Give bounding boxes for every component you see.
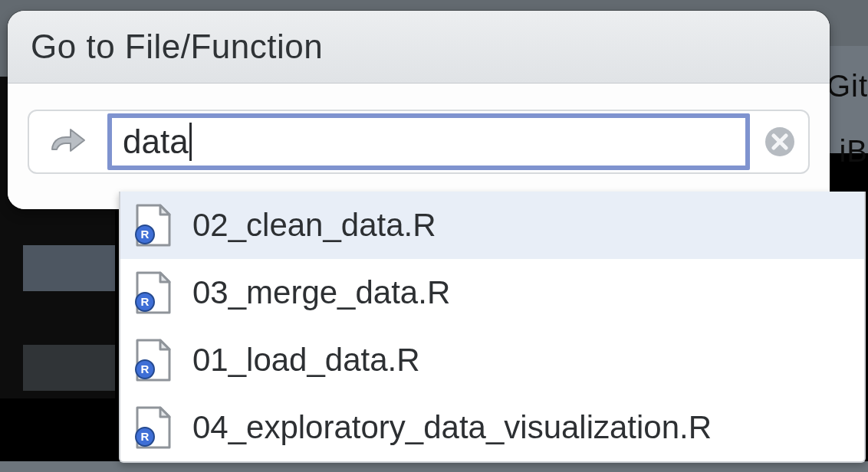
results-dropdown: R 02_clean_data.R R 03_merge_data.R R 01… <box>119 192 866 463</box>
text-caret <box>189 123 192 161</box>
svg-text:R: R <box>141 362 150 375</box>
r-file-icon: R <box>134 339 173 382</box>
r-file-icon: R <box>134 204 173 247</box>
result-label: 02_clean_data.R <box>192 207 436 244</box>
result-label: 04_exploratory_data_visualization.R <box>192 409 712 446</box>
go-to-file-dialog: Go to File/Function data <box>8 11 830 209</box>
bg-text-git: Git <box>827 69 868 103</box>
svg-text:R: R <box>141 430 150 443</box>
bg-strip <box>0 461 868 472</box>
result-label: 01_load_data.R <box>192 342 420 379</box>
dialog-body: data <box>8 84 830 209</box>
search-input[interactable]: data <box>107 113 750 170</box>
dialog-title: Go to File/Function <box>31 28 323 66</box>
r-file-icon: R <box>134 406 173 449</box>
search-input-value: data <box>123 123 189 161</box>
go-arrow-icon <box>29 111 106 172</box>
clear-search-button[interactable] <box>751 111 808 172</box>
svg-text:R: R <box>141 228 150 241</box>
result-item[interactable]: R 01_load_data.R <box>120 326 864 394</box>
bg-text-ib: iB <box>839 134 868 169</box>
result-label: 03_merge_data.R <box>192 274 450 311</box>
dialog-header: Go to File/Function <box>8 11 830 84</box>
result-item[interactable]: R 03_merge_data.R <box>120 259 864 326</box>
svg-text:R: R <box>141 295 150 308</box>
result-item[interactable]: R 04_exploratory_data_visualization.R <box>120 394 864 461</box>
search-row: data <box>28 110 810 174</box>
r-file-icon: R <box>134 271 173 314</box>
result-item[interactable]: R 02_clean_data.R <box>120 192 864 259</box>
